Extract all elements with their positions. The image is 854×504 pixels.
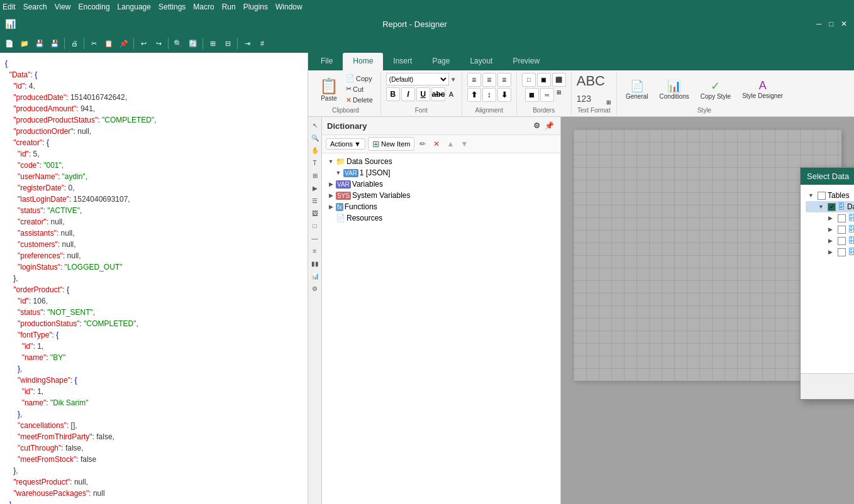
border-btn2[interactable]: ▣ [537,73,551,87]
dialog-tree-winding-shape[interactable]: ▶ 🗄 Data_orderProduct_windingShape [806,246,854,258]
actions-button[interactable]: Actions ▼ [326,138,365,150]
menu-language[interactable]: Language [118,3,151,11]
new-btn[interactable]: 📄 [3,36,16,50]
expand-sys-vars[interactable]: ▶ [327,192,335,199]
strikethrough-button[interactable]: abc [431,87,445,101]
tab-page[interactable]: Page [422,53,460,70]
new-item-button[interactable]: ⊞ New Item [368,137,414,151]
code-editor-panel[interactable]: { "Data": { "id": 4, "producedDate": 151… [0,53,308,504]
underline-button[interactable]: U [416,87,430,101]
move-up-dict-icon[interactable]: ▲ [445,138,456,150]
align-bottom-btn[interactable]: ⬇ [497,88,511,102]
border-btn1[interactable]: □ [522,73,536,87]
delete-button[interactable]: ✕ Delete [343,95,375,106]
copy-style-btn[interactable]: ✓ Copy Style [697,77,735,102]
find-btn[interactable]: 🔍 [171,36,185,50]
general-style-btn[interactable]: 📄 General [622,77,652,102]
menu-settings[interactable]: Settings [158,3,186,11]
align-center-btn[interactable]: ≡ [482,73,496,87]
dialog-tree-tables[interactable]: ▼ Tables [806,190,854,201]
tab-preview[interactable]: Preview [502,53,550,70]
sidebar-chart-icon[interactable]: 📊 [309,270,321,282]
dialog-tree-data-creator[interactable]: ▶ 🗄 Data_creator [806,212,854,224]
cut-button[interactable]: ✂ Cut [343,84,375,94]
expand-variables[interactable]: ▶ [327,180,335,188]
save-btn[interactable]: 💾 [33,36,47,50]
menu-encoding[interactable]: Encoding [79,3,110,11]
conditions-btn[interactable]: 📊 Conditions [656,77,693,102]
menu-search[interactable]: Search [23,3,47,11]
creator-checkbox[interactable] [838,214,846,222]
sidebar-hand-icon[interactable]: ✋ [309,145,321,156]
tree-variables[interactable]: ▶ VAR Variables [324,178,558,190]
indent-btn[interactable]: ⇥ [240,36,254,50]
sidebar-pointer-icon[interactable]: ↖ [309,119,321,131]
zoom-out-btn[interactable]: ⊟ [221,36,235,50]
tab-layout[interactable]: Layout [460,53,502,70]
redo-btn[interactable]: ↪ [152,36,165,50]
sidebar-barcode-icon[interactable]: ▮▮ [309,258,321,269]
border-style-btn[interactable]: ═ [540,88,554,102]
text-format-expand[interactable]: ⊞ [606,99,611,106]
zoom-in-btn[interactable]: ⊞ [206,36,219,50]
align-middle-btn[interactable]: ↕ [482,88,496,102]
delete-dict-icon[interactable]: ✕ [431,138,442,150]
data-expand-icon[interactable]: ▼ [818,204,826,210]
paste-button[interactable]: 📋 Paste [316,75,342,104]
align-top-btn[interactable]: ⬆ [467,88,481,102]
font-type-expand-icon[interactable]: ▶ [828,238,836,244]
font-color-btn[interactable]: A [449,90,453,98]
cut-btn[interactable]: ✂ [87,36,101,50]
edit-dict-icon[interactable]: ✏ [417,138,428,150]
tree-json-item[interactable]: ▼ VAR 1 [JSON] [324,167,558,178]
sidebar-line-icon[interactable]: — [309,233,321,244]
undo-btn[interactable]: ↩ [136,36,150,50]
creator-expand-icon[interactable]: ▶ [828,215,836,221]
tree-data-sources[interactable]: ▼ 📁 Data Sources [324,156,558,167]
dialog-tree-data[interactable]: ▼ ✓ 🗄 Data [806,201,854,212]
tables-expand-icon[interactable]: ▼ [808,192,816,199]
expand-json[interactable]: ▼ [335,169,342,177]
copy-button[interactable]: 📄 Copy [343,73,375,84]
sidebar-zoom-icon[interactable]: 🔍 [309,132,321,143]
italic-button[interactable]: I [401,87,415,101]
border-btn3[interactable]: ⬛ [552,73,566,87]
tab-home[interactable]: Home [343,53,383,70]
font-family-select[interactable]: (Default) [386,73,449,85]
winding-expand-icon[interactable]: ▶ [828,249,836,255]
dict-gear-btn[interactable]: ⚙ [530,119,543,132]
data-checkbox[interactable]: ✓ [828,203,836,211]
menu-edit[interactable]: Edit [3,3,16,11]
borders-expand-btn[interactable]: ⊞ [555,88,563,102]
close-icon[interactable]: ✕ [839,19,849,29]
sidebar-text-icon[interactable]: T [309,157,321,168]
align-left-btn[interactable]: ≡ [467,73,481,87]
move-down-dict-icon[interactable]: ▼ [458,138,470,150]
menu-window[interactable]: Window [275,3,302,11]
menu-view[interactable]: View [55,3,71,11]
sidebar-band-icon[interactable]: ≡ [309,245,321,256]
tab-file[interactable]: File [311,53,343,70]
sidebar-settings-icon[interactable]: ⚙ [309,283,321,294]
sidebar-right-arrow-icon[interactable]: ▶ [309,182,321,194]
menu-plugins[interactable]: Plugins [243,3,268,11]
tab-insert[interactable]: Insert [383,53,422,70]
tree-resources[interactable]: 📄 Resources [324,212,558,224]
sidebar-rect-icon[interactable]: □ [309,220,321,231]
tables-checkbox[interactable] [818,192,826,200]
tree-functions[interactable]: ▶ fx Functions [324,201,558,212]
save-all-btn[interactable]: 💾 [48,36,62,50]
style-designer-btn[interactable]: A Style Designer [738,77,787,102]
menu-run[interactable]: Run [222,3,236,11]
sidebar-table-icon[interactable]: ⊞ [309,170,321,181]
fill-btn[interactable]: ▦ [525,88,539,102]
font-type-checkbox[interactable] [838,237,846,245]
expand-functions[interactable]: ▶ [327,203,335,211]
open-btn[interactable]: 📁 [18,36,31,50]
maximize-icon[interactable]: □ [826,19,836,29]
sidebar-list-icon[interactable]: ☰ [309,195,321,206]
dict-pin-btn[interactable]: 📌 [543,119,555,132]
print-btn[interactable]: 🖨 [67,36,81,50]
font-dropdown-icon[interactable]: ▼ [450,76,457,83]
order-expand-icon[interactable]: ▶ [828,226,836,233]
